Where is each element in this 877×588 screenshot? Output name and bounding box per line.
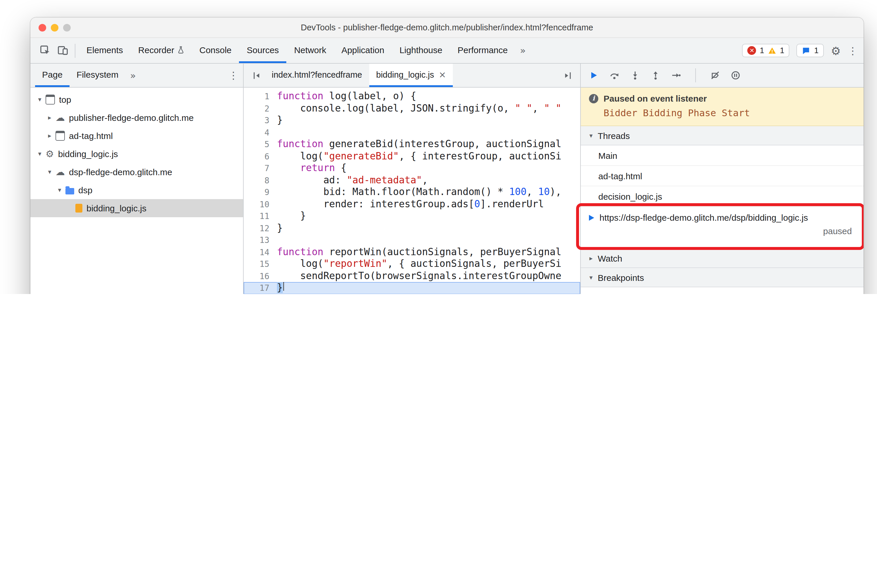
tree-item-publisher-fledge-demo-glitch-me[interactable]: ▸☁publisher-fledge-demo.glitch.me (30, 109, 243, 127)
resume-script-button[interactable] (589, 70, 598, 80)
file-tree: ▾top▸☁publisher-fledge-demo.glitch.me▸ad… (30, 88, 243, 294)
line-number[interactable]: 5 (244, 138, 277, 150)
code-line-11[interactable]: 11 } (244, 210, 580, 222)
code-line-9[interactable]: 9 bid: Math.floor(Math.random() * 100, 1… (244, 186, 580, 198)
code-line-6[interactable]: 6 log("generateBid", { interestGroup, au… (244, 150, 580, 162)
collapse-arrow-icon[interactable]: ▾ (55, 186, 64, 194)
expand-arrow-icon[interactable]: ▸ (45, 114, 54, 122)
line-number[interactable]: 3 (244, 114, 277, 126)
line-number[interactable]: 4 (244, 126, 277, 138)
paused-title: Paused on event listener (603, 93, 707, 104)
expand-arrow-icon[interactable]: ▸ (45, 132, 54, 140)
tree-item-dsp[interactable]: ▾dsp (30, 181, 243, 199)
tree-item-label: bidding_logic.js (86, 203, 146, 213)
code-line-16[interactable]: 16 sendReportTo(browserSignals.interestG… (244, 270, 580, 282)
code-line-4[interactable]: 4 (244, 126, 580, 138)
toolbar-tab-lighthouse[interactable]: Lighthouse (392, 38, 450, 63)
step-button[interactable] (671, 70, 681, 80)
line-number[interactable]: 16 (244, 270, 277, 282)
close-tab-icon[interactable]: × (439, 69, 446, 80)
toolbar-tab-console[interactable]: Console (192, 38, 239, 63)
step-over-button[interactable] (609, 70, 619, 80)
section-header-breakpoints[interactable]: ▾ Breakpoints (581, 268, 863, 287)
tab-filesystem[interactable]: Filesystem (69, 64, 125, 87)
toolbar-tab-sources[interactable]: Sources (239, 38, 287, 63)
thread-row-decision-logic[interactable]: decision_logic.js (581, 186, 863, 207)
settings-gear-icon[interactable]: ⚙ (831, 44, 841, 57)
toolbar-tab-recorder[interactable]: Recorder (131, 38, 192, 63)
thread-row-main[interactable]: Main (581, 146, 863, 166)
code-text: } (277, 114, 283, 126)
hide-navigator-button[interactable] (248, 64, 265, 87)
collapse-arrow-icon[interactable]: ▾ (35, 150, 44, 158)
inspect-element-button[interactable] (36, 42, 54, 59)
traffic-lights (39, 24, 71, 31)
console-status-chip[interactable]: ✕ 1 1 (742, 44, 790, 57)
editor-tab-bidding-logic[interactable]: bidding_logic.js × (369, 64, 453, 87)
open-file-navigation-button[interactable] (559, 64, 576, 87)
editor-tabbar: index.html?fencedframe bidding_logic.js … (244, 64, 580, 88)
more-panels-chevron-icon[interactable]: » (520, 45, 526, 56)
main-menu-kebab-icon[interactable]: ⋮ (848, 45, 858, 56)
code-line-1[interactable]: 1function log(label, o) { (244, 90, 580, 102)
line-number[interactable]: 6 (244, 150, 277, 162)
line-number[interactable]: 2 (244, 102, 277, 114)
line-number[interactable]: 17 (244, 282, 277, 294)
zoom-window-button[interactable] (63, 24, 71, 31)
code-line-13[interactable]: 13 (244, 234, 580, 246)
code-line-14[interactable]: 14function reportWin(auctionSignals, per… (244, 246, 580, 258)
editor-tab-index-html[interactable]: index.html?fencedframe (265, 64, 369, 87)
source-code-view[interactable]: 1function log(label, o) {2 console.log(l… (244, 88, 580, 294)
tree-item-bidding-logic-js[interactable]: ▾⚙bidding_logic.js (30, 145, 243, 163)
code-line-7[interactable]: 7 return { (244, 162, 580, 174)
tree-item-dsp-fledge-demo-glitch-me[interactable]: ▾☁dsp-fledge-demo.glitch.me (30, 163, 243, 181)
line-number[interactable]: 14 (244, 246, 277, 258)
minimize-window-button[interactable] (51, 24, 59, 31)
window-title: DevTools - publisher-fledge-demo.glitch.… (30, 23, 863, 32)
line-number[interactable]: 13 (244, 234, 277, 246)
tab-page[interactable]: Page (35, 64, 69, 87)
toolbar-tab-application[interactable]: Application (334, 38, 392, 63)
step-into-button[interactable] (630, 70, 640, 80)
tree-item-bidding-logic-js[interactable]: bidding_logic.js (30, 199, 243, 217)
section-header-watch[interactable]: ▸ Watch (581, 249, 863, 268)
device-toolbar-button[interactable] (54, 42, 71, 59)
line-number[interactable]: 11 (244, 210, 277, 222)
toolbar-tab-network[interactable]: Network (287, 38, 334, 63)
code-line-3[interactable]: 3} (244, 114, 580, 126)
thread-row-active-bidding-logic[interactable]: https://dsp-fledge-demo.glitch.me/dsp/bi… (581, 207, 863, 249)
line-number[interactable]: 9 (244, 186, 277, 198)
code-line-17[interactable]: 17} (244, 282, 580, 294)
code-line-8[interactable]: 8 ad: "ad-metadata", (244, 174, 580, 186)
thread-row-ad-tag[interactable]: ad-tag.html (581, 166, 863, 186)
line-number[interactable]: 12 (244, 222, 277, 234)
step-out-button[interactable] (651, 70, 660, 80)
issues-button[interactable]: 1 (797, 44, 824, 57)
annotation-highlight-box (576, 203, 863, 250)
code-line-10[interactable]: 10 render: interestGroup.ads[0].renderUr… (244, 198, 580, 210)
line-number[interactable]: 7 (244, 162, 277, 174)
collapse-arrow-icon[interactable]: ▾ (45, 168, 54, 176)
code-line-12[interactable]: 12} (244, 222, 580, 234)
navigator-menu-kebab-icon[interactable]: ⋮ (229, 69, 238, 81)
line-number[interactable]: 15 (244, 258, 277, 270)
editor-tab-label: bidding_logic.js (376, 70, 434, 79)
code-line-5[interactable]: 5function generateBid(interestGroup, auc… (244, 138, 580, 150)
code-line-15[interactable]: 15 log("reportWin", { auctionSignals, pe… (244, 258, 580, 270)
line-number[interactable]: 1 (244, 90, 277, 102)
tree-item-label: dsp-fledge-demo.glitch.me (69, 167, 172, 177)
section-header-threads[interactable]: ▾ Threads (581, 126, 863, 146)
tree-item-ad-tag-html[interactable]: ▸ad-tag.html (30, 127, 243, 145)
collapse-arrow-icon[interactable]: ▾ (35, 96, 44, 104)
frame-icon (56, 131, 65, 141)
more-navigator-tabs-chevron-icon[interactable]: » (130, 70, 136, 81)
code-line-2[interactable]: 2 console.log(label, JSON.stringify(o, "… (244, 102, 580, 114)
pause-on-exceptions-button[interactable] (731, 70, 740, 80)
line-number[interactable]: 10 (244, 198, 277, 210)
toolbar-tab-elements[interactable]: Elements (79, 38, 131, 63)
close-window-button[interactable] (39, 24, 46, 31)
toolbar-tab-performance[interactable]: Performance (450, 38, 515, 63)
line-number[interactable]: 8 (244, 174, 277, 186)
tree-item-top[interactable]: ▾top (30, 90, 243, 109)
deactivate-breakpoints-button[interactable] (710, 70, 720, 80)
